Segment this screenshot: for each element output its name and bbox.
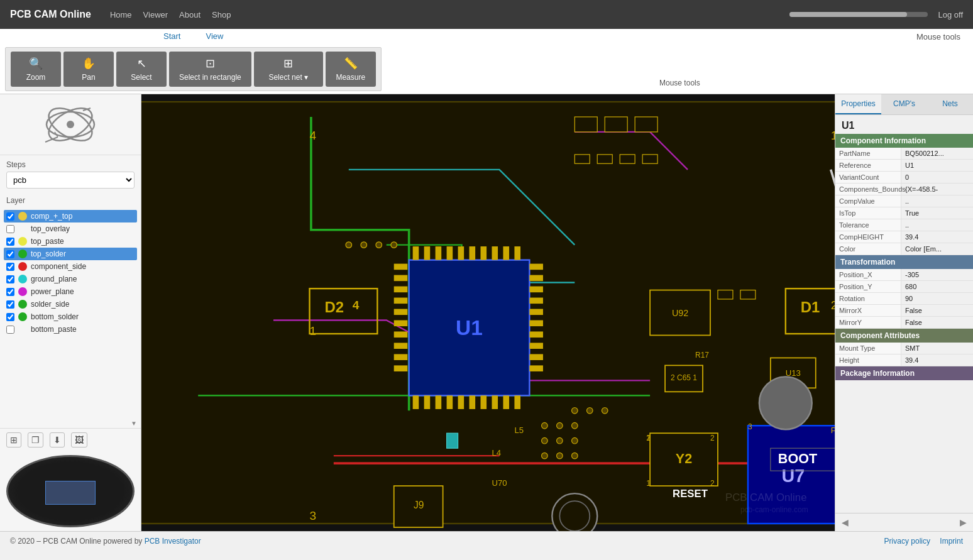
svg-point-122 [552,493,597,531]
prop-key-mirrory: MirrorY [835,317,901,328]
layer-checkbox-power_plane[interactable] [6,288,14,296]
svg-point-106 [759,376,812,429]
svg-rect-136 [718,290,733,299]
image-button[interactable]: 🖼 [71,432,87,447]
prop-row: PartNameBQ500212... [835,148,973,160]
prop-val-mirrorx: False [901,305,973,316]
nav-home[interactable]: Home [110,10,132,19]
zoom-button[interactable]: 🔍 Zoom [11,52,61,87]
prop-row: CompValue.. [835,195,973,207]
download-button[interactable]: ⬇ [50,432,65,447]
layer-checkbox-solder_side[interactable] [6,300,14,309]
layer-item-bottom_solder[interactable]: bottom_solder [4,310,137,323]
layer-item-top_overlay[interactable]: top_overlay [4,222,137,235]
prop-val-position_y: 680 [901,281,973,292]
svg-rect-137 [740,290,756,299]
svg-point-102 [557,453,563,459]
svg-rect-25 [529,264,543,270]
select-button[interactable]: ↖ Select [116,52,167,87]
pcb-investigator-link[interactable]: PCB Investigator [145,537,201,546]
layer-checkbox-ground_plane[interactable] [6,275,14,283]
section-header-pkg-info: Package Information [835,366,973,380]
grid-view-button[interactable]: ⊞ [6,432,21,447]
svg-text:U92: U92 [672,308,688,318]
svg-point-103 [572,453,578,459]
pcb-svg[interactable]: U1 [141,94,835,531]
steps-select[interactable]: pcb [6,172,135,189]
section-header-transform: Transformation [835,255,973,269]
tab-view[interactable]: View [206,31,223,45]
tab-properties[interactable]: Properties [835,94,881,114]
layer-item-solder_side[interactable]: solder_side [4,298,137,310]
svg-rect-53 [503,395,509,409]
layer-dot-empty-top_overlay [18,224,27,233]
toolbar-area: Start View Mouse tools 🔍 Zoom ✋ Pan ↖ Se… [0,29,973,94]
minimap [6,455,135,527]
toolbar-tabs: Start View [0,29,223,45]
layer-dot-bottom_solder [18,312,27,321]
footer-right: Privacy policy Imprint [877,537,963,546]
nav-viewer[interactable]: Viewer [143,10,168,19]
logoff-link[interactable]: Log off [938,10,963,19]
imprint-link[interactable]: Imprint [940,537,963,546]
prop-val-mount-type: SMT [901,343,973,354]
layer-checkbox-comp_top[interactable] [6,212,14,221]
measure-button[interactable]: 📏 Measure [326,52,376,87]
svg-rect-39 [458,246,465,260]
prop-val-tolerance: .. [901,219,973,231]
svg-rect-32 [529,343,543,349]
tab-cmps[interactable]: CMP's [881,94,927,114]
layer-checkbox-component_side[interactable] [6,263,14,271]
copyright-text: © 2020 – PCB CAM Online [10,537,101,546]
svg-point-93 [586,407,593,414]
layer-dot-empty-bottom_paste [18,325,27,334]
prop-key-height: Height [835,354,901,366]
measure-label: Measure [336,73,365,82]
layer-checkbox-top_overlay[interactable] [6,225,14,233]
select-net-label: Select net ▾ [268,73,308,82]
tab-nets[interactable]: Nets [927,94,973,114]
svg-point-94 [602,407,608,414]
nav-shop[interactable]: Shop [212,10,231,19]
scroll-right-arrow[interactable]: ▶ [956,516,970,529]
nav-about[interactable]: About [179,10,201,19]
svg-text:P1: P1 [831,425,835,435]
layer-item-bottom_paste[interactable]: bottom_paste [4,323,137,336]
scroll-left-arrow[interactable]: ◀ [838,516,852,529]
svg-point-89 [361,242,367,248]
mouse-tools-header-label: Mouse tools [916,32,960,41]
layer-checkbox-top_paste[interactable] [6,238,14,246]
layer-checkbox-bottom_paste[interactable] [6,326,14,334]
layer-checkbox-top_solder[interactable] [6,250,14,258]
svg-text:R17: R17 [695,351,709,360]
svg-rect-41 [481,246,487,260]
select-rect-button[interactable]: ⊡ Select in rectangle [169,52,251,87]
svg-text:1: 1 [646,479,651,488]
svg-text:RESET: RESET [673,488,708,500]
layer-item-top_solder[interactable]: top_solder [4,248,137,260]
layer-label-top_paste: top_paste [31,237,64,246]
prop-key-position_y: Position_Y [835,281,901,292]
select-net-button[interactable]: ⊞ Select net ▾ [254,52,323,87]
sidebar-icon-bar: ⊞ ❐ ⬇ 🖼 [0,428,141,451]
app-logo [39,99,102,150]
layer-item-comp_top[interactable]: comp_+_top [4,210,137,222]
pan-button[interactable]: ✋ Pan [63,52,114,87]
svg-rect-26 [529,275,543,282]
layer-item-top_paste[interactable]: top_paste [4,235,137,248]
layer-label-bottom_paste: bottom_paste [31,325,77,334]
prop-key-color: Color [835,243,901,255]
transform-rows: Position_X-305Position_Y680Rotation90Mir… [835,269,973,329]
prop-row: IsTopTrue [835,207,973,219]
tab-start[interactable]: Start [163,31,180,45]
svg-text:PCB CAM Online: PCB CAM Online [725,491,807,503]
svg-rect-15 [394,264,408,270]
layer-item-ground_plane[interactable]: ground_plane [4,273,137,285]
layer-item-power_plane[interactable]: power_plane [4,285,137,298]
layer-item-component_side[interactable]: component_side [4,260,137,273]
privacy-policy-link[interactable]: Privacy policy [884,537,930,546]
layer-checkbox-bottom_solder[interactable] [6,313,14,321]
select-icon: ↖ [137,57,146,70]
copy-button[interactable]: ❐ [28,432,43,447]
pcb-canvas[interactable]: U1 [141,94,835,531]
